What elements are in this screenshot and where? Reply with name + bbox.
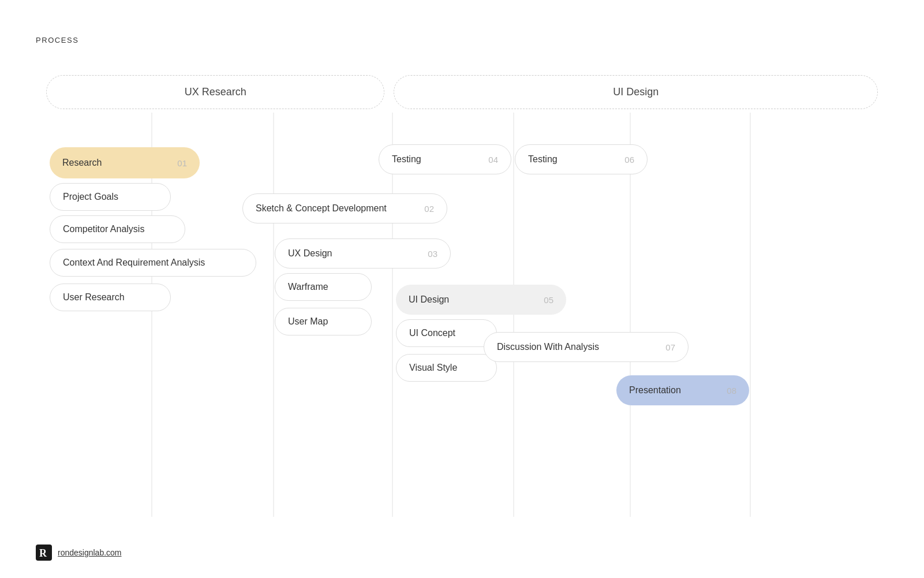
pill-sketch-num: 02 xyxy=(413,204,434,214)
pill-testing-06[interactable]: Testing 06 xyxy=(515,144,648,174)
page-label: PROCESS xyxy=(36,36,79,44)
pill-user-map[interactable]: User Map xyxy=(275,308,372,335)
pill-context-analysis[interactable]: Context And Requirement Analysis xyxy=(50,249,256,277)
pill-testing-04-num: 04 xyxy=(477,155,498,165)
pill-testing-04[interactable]: Testing 04 xyxy=(379,144,511,174)
pill-user-research[interactable]: User Research xyxy=(50,284,171,311)
pill-sketch[interactable]: Sketch & Concept Development 02 xyxy=(242,193,447,223)
pill-testing-04-label: Testing xyxy=(392,154,421,165)
pill-discussion[interactable]: Discussion With Analysis 07 xyxy=(484,332,689,362)
pill-ui-concept-label: UI Concept xyxy=(409,328,455,338)
pill-sketch-label: Sketch & Concept Development xyxy=(256,203,387,214)
ux-research-box: UX Research xyxy=(46,75,384,109)
pill-research[interactable]: Research 01 xyxy=(50,147,200,178)
diagram: Research 01 Project Goals Competitor Ana… xyxy=(46,113,878,532)
pill-research-num: 01 xyxy=(166,158,187,168)
top-containers: UX Research UI Design xyxy=(46,75,878,109)
svg-text:R: R xyxy=(39,547,47,559)
pill-discussion-num: 07 xyxy=(654,342,675,352)
pill-research-label: Research xyxy=(62,158,102,168)
ui-design-box: UI Design xyxy=(394,75,878,109)
footer-url[interactable]: rondesignlab.com xyxy=(58,548,122,557)
pill-user-map-label: User Map xyxy=(288,316,328,327)
pill-ui-design-05[interactable]: UI Design 05 xyxy=(396,285,566,315)
pill-ui-design-05-label: UI Design xyxy=(409,294,449,305)
pill-visual-style[interactable]: Visual Style xyxy=(396,354,497,382)
pill-ux-design[interactable]: UX Design 03 xyxy=(275,238,451,269)
pill-presentation[interactable]: Presentation 08 xyxy=(616,375,749,405)
pill-presentation-num: 08 xyxy=(715,386,736,396)
pill-project-goals[interactable]: Project Goals xyxy=(50,183,171,211)
pill-visual-style-label: Visual Style xyxy=(409,363,457,373)
pill-context-analysis-label: Context And Requirement Analysis xyxy=(63,258,205,268)
pill-ux-design-label: UX Design xyxy=(288,248,332,259)
pill-testing-06-num: 06 xyxy=(613,155,634,165)
pill-warframe-label: Warframe xyxy=(288,282,328,292)
pill-ui-design-05-num: 05 xyxy=(532,295,553,305)
pill-ui-concept[interactable]: UI Concept xyxy=(396,319,497,347)
pill-user-research-label: User Research xyxy=(63,292,125,303)
pill-presentation-label: Presentation xyxy=(629,385,681,396)
pill-project-goals-label: Project Goals xyxy=(63,192,118,202)
pill-warframe[interactable]: Warframe xyxy=(275,273,372,301)
pill-competitor-analysis-label: Competitor Analysis xyxy=(63,224,144,234)
pill-ux-design-num: 03 xyxy=(416,249,437,259)
footer: R rondesignlab.com xyxy=(36,545,122,561)
pill-testing-06-label: Testing xyxy=(528,154,558,165)
ui-design-label: UI Design xyxy=(613,86,659,98)
footer-logo-icon: R xyxy=(36,545,52,561)
pill-discussion-label: Discussion With Analysis xyxy=(497,342,599,352)
pill-competitor-analysis[interactable]: Competitor Analysis xyxy=(50,215,185,243)
ux-research-label: UX Research xyxy=(185,86,246,98)
